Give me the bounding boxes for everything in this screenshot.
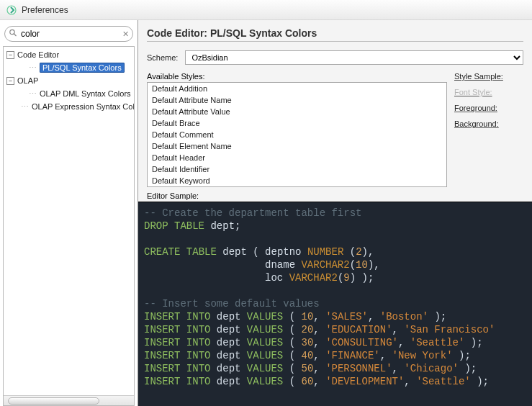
tree-connector-icon: ⋯ [29, 89, 37, 99]
style-item[interactable]: Default Element Name [148, 140, 446, 152]
style-item[interactable]: Default Brace [148, 117, 446, 129]
scrollbar-thumb[interactable] [8, 397, 99, 405]
style-item[interactable]: Default Addition [148, 83, 446, 94]
app-icon [6, 4, 17, 16]
style-item[interactable]: Default Attribute Name [148, 94, 446, 106]
search-wrap: ✕ [4, 26, 133, 42]
svg-point-1 [10, 30, 14, 34]
right-pane: Code Editor: PL/SQL Syntax Colors Scheme… [138, 20, 532, 406]
left-pane: ✕ − Code Editor ⋯ PL/SQL Syntax Colors −… [0, 20, 138, 406]
collapse-icon[interactable]: − [6, 51, 14, 59]
foreground-label: Foreground: [454, 104, 523, 112]
tree-label: OLAP Expression Syntax Colors [32, 102, 135, 111]
scheme-select[interactable]: OzBsidian [185, 50, 523, 65]
clear-icon[interactable]: ✕ [122, 30, 129, 39]
tree-node-plsql-colors[interactable]: ⋯ PL/SQL Syntax Colors [4, 61, 134, 74]
tree-node-olap-dml[interactable]: ⋯ OLAP DML Syntax Colors [4, 87, 134, 100]
styles-label: Available Styles: [147, 72, 447, 81]
tree-label: OLAP DML Syntax Colors [40, 89, 131, 98]
styles-column: Available Styles: Default Addition Defau… [147, 72, 447, 187]
styles-list[interactable]: Default Addition Default Attribute Name … [147, 82, 447, 187]
tree-connector-icon: ⋯ [29, 63, 37, 73]
search-input[interactable] [4, 26, 133, 42]
scheme-row: Scheme: OzBsidian [138, 46, 532, 69]
collapse-icon[interactable]: − [6, 77, 14, 85]
header-rule [147, 41, 523, 42]
content: ✕ − Code Editor ⋯ PL/SQL Syntax Colors −… [0, 20, 532, 406]
style-item[interactable]: Default Header [148, 152, 446, 163]
tree-label: OLAP [17, 76, 38, 85]
tree-scrollbar[interactable] [4, 395, 134, 405]
style-item[interactable]: Default Attribute Value [148, 106, 446, 117]
tree-connector-icon: ⋯ [21, 102, 30, 112]
tree-label: PL/SQL Syntax Colors [40, 63, 125, 73]
tree-node-olap-expr[interactable]: ⋯ OLAP Expression Syntax Colors [4, 100, 134, 113]
editor-sample-label: Editor Sample: [138, 191, 532, 202]
window-title: Preferences [22, 5, 68, 15]
style-sample-label: Style Sample: [454, 72, 523, 81]
search-icon [9, 29, 17, 40]
tree-label: Code Editor [17, 50, 59, 59]
tree-node-code-editor[interactable]: − Code Editor [4, 48, 134, 61]
tree-node-olap[interactable]: − OLAP [4, 74, 134, 87]
style-item[interactable]: Default Keyword [148, 175, 446, 186]
nav-tree: − Code Editor ⋯ PL/SQL Syntax Colors − O… [3, 46, 135, 406]
editor-sample: -- Create the department table first DRO… [138, 202, 532, 406]
titlebar: Preferences [0, 0, 532, 20]
font-style-label: Font Style: [454, 88, 523, 96]
scheme-label: Scheme: [147, 53, 178, 62]
background-label: Background: [454, 119, 523, 128]
svg-line-2 [14, 34, 17, 36]
styles-row: Available Styles: Default Addition Defau… [138, 69, 532, 191]
style-props: Style Sample: Font Style: Foreground: Ba… [454, 72, 523, 187]
page-title: Code Editor: PL/SQL Syntax Colors [147, 27, 523, 39]
style-item[interactable]: Default Identifier [148, 163, 446, 175]
page-header: Code Editor: PL/SQL Syntax Colors [138, 20, 532, 46]
style-item[interactable]: Default Comment [148, 129, 446, 140]
